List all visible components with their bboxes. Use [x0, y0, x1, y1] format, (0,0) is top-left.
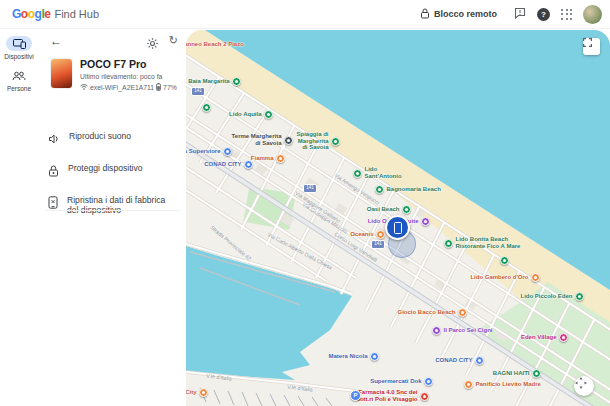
- feedback-icon[interactable]: [514, 5, 526, 23]
- remote-lock-button[interactable]: Blocco remoto: [414, 5, 503, 24]
- smartphone-icon: [394, 222, 402, 234]
- map-poi-pin[interactable]: [500, 255, 509, 265]
- play-sound-button[interactable]: Riproduci suono: [48, 124, 180, 156]
- bagnomaria-beach-pin-icon: [375, 185, 384, 194]
- bagni-haiti-pin-icon: [532, 369, 541, 378]
- network-name: exel-WiFi_A2E1A711: [90, 84, 154, 91]
- farmacia-4-0-snc-dei-pin-icon: [420, 392, 429, 401]
- sidebar-item-dispositivi[interactable]: Dispositivi: [0, 36, 38, 60]
- poi-label: Fiamma: [251, 155, 274, 162]
- map-canvas[interactable]: Via Amerigo VespucciVia Maggiore Gallian…: [186, 30, 610, 406]
- sidebar-item-persone[interactable]: Persone: [0, 68, 38, 92]
- help-icon[interactable]: ?: [537, 8, 550, 21]
- devices-icon: [13, 39, 26, 49]
- battery-icon: [156, 83, 161, 91]
- refresh-icon[interactable]: ↻: [169, 34, 178, 47]
- google-find-hub-logo[interactable]: Google Find Hub: [12, 7, 99, 21]
- map-poi-fiamma[interactable]: Fiamma: [186, 153, 285, 163]
- fullscreen-icon: [583, 38, 592, 47]
- poi-label: Farmacia 4.0 Snc dei dott.ri Poli e Visa…: [356, 389, 417, 402]
- fiamma-pin-icon: [276, 154, 285, 163]
- poi-label: Lido Aquila: [229, 111, 261, 118]
- device-name: POCO F7 Pro: [80, 58, 177, 70]
- il-parco-sei-cigni-pin-icon: [432, 326, 441, 335]
- map-poi-e-city[interactable]: e City: [186, 387, 208, 397]
- poi-label: Matera Nicola: [328, 353, 367, 360]
- map-poi-anneo-beach-2-piazo[interactable]: anneo Beach 2 Piazo: [186, 39, 284, 49]
- poi-label: anneo Beach 2 Piazo: [186, 41, 244, 48]
- sidebar-label-persone: Persone: [0, 85, 38, 92]
- map-poi-lido-piccolo-eden[interactable]: Lido Piccolo Eden: [444, 291, 584, 301]
- oasi-beach-pin-icon: [402, 205, 411, 214]
- poi-label: e City: [186, 389, 197, 396]
- back-arrow-icon[interactable]: ←: [50, 34, 62, 48]
- fullscreen-button[interactable]: [583, 38, 600, 55]
- map-poi-lido-aquila[interactable]: Lido Aquila: [186, 109, 273, 119]
- device-location-pin[interactable]: [385, 215, 410, 240]
- map-poi-oceanis[interactable]: Oceanis: [245, 229, 385, 239]
- account-avatar[interactable]: [583, 5, 602, 24]
- poi-label: Oceanis: [350, 231, 373, 238]
- matera-nicola-pin-icon: [370, 352, 379, 361]
- gear-icon[interactable]: [147, 35, 158, 53]
- map-poi-baia-margarita[interactable]: Baia Margarita: [186, 76, 241, 86]
- poi-label: Lido Bonita Beach Ristorante Fico A Mare: [456, 236, 521, 249]
- map-poi-matera-nicola[interactable]: Matera Nicola: [239, 351, 379, 361]
- poi-label: Spiaggia di Margherita di Savoia: [296, 131, 328, 151]
- secure-device-label: Proteggi dispositivo: [68, 163, 143, 173]
- apps-grid-icon[interactable]: [561, 9, 572, 20]
- poi-label: CONAD CITY: [435, 357, 472, 364]
- remote-lock-label: Blocco remoto: [434, 9, 497, 19]
- poi-label: Lido Sant'Antonio: [365, 166, 402, 179]
- device-thumbnail: [50, 58, 73, 89]
- people-pill: [6, 68, 32, 83]
- map-poi-giocio-bacco-beach[interactable]: Giocio Bacco Beach: [327, 307, 467, 317]
- factory-reset-button[interactable]: Ripristina i dati di fabbrica del dispos…: [48, 188, 180, 222]
- map-poi-oasi-beach[interactable]: Oasi Beach: [271, 204, 411, 214]
- find-hub-app: Google Find Hub Blocco remoto ?: [0, 0, 610, 406]
- e-city-pin-icon: [199, 388, 208, 397]
- lock-icon: [48, 163, 59, 181]
- wifi-icon: [80, 84, 88, 90]
- panificio-lievito-madre-pin-icon: [464, 380, 473, 389]
- top-header: Google Find Hub Blocco remoto ?: [0, 0, 610, 29]
- baia-margarita-pin-icon: [232, 77, 241, 86]
- lido-pin-icon: [353, 169, 362, 178]
- map-poi-lido[interactable]: Lido Sant'Antonio: [353, 168, 493, 178]
- map-poi-p[interactable]: P: [350, 390, 361, 400]
- poi-label: Baia Margarita: [188, 78, 229, 85]
- pin-pin-icon: [500, 256, 509, 265]
- map-poi-lido-bonita-beach[interactable]: Lido Bonita Beach Ristorante Fico A Mare: [444, 238, 584, 248]
- lido-aquila-pin-icon: [264, 110, 273, 119]
- poi-label: Lido Gambero d'Oro: [470, 274, 528, 281]
- device-last-seen: Ultimo rilevamento: poco fa: [80, 73, 177, 80]
- factory-reset-label: Ripristina i dati di fabbrica del dispos…: [67, 195, 167, 215]
- map-poi-lido-gambero-d-oro[interactable]: Lido Gambero d'Oro: [400, 272, 540, 282]
- map-poi-bagnomaria-beach[interactable]: Bagnomaria Beach: [375, 184, 515, 194]
- map-poi-spiaggia-di[interactable]: Spiaggia di Margherita di Savoia: [200, 136, 340, 146]
- sidebar-label-dispositivi: Dispositivi: [0, 53, 38, 60]
- poi-label: Supermercati Dok: [370, 378, 421, 385]
- pan-arrows-icon: [574, 376, 588, 390]
- oceanis-pin-icon: [376, 230, 385, 239]
- giocio-bacco-beach-pin-icon: [458, 308, 467, 317]
- road-shield: 141: [191, 87, 205, 96]
- p-pin-icon: P: [350, 390, 361, 401]
- poi-label: Oasi Beach: [367, 206, 400, 213]
- product-name: Find Hub: [54, 8, 99, 20]
- poi-label: Giocio Bacco Beach: [397, 309, 455, 316]
- device-card[interactable]: POCO F7 Pro Ultimo rilevamento: poco fa …: [50, 58, 180, 91]
- lido-piccolo-eden-pin-icon: [575, 292, 584, 301]
- device-panel: ← ↻ POCO F7 Pro Ultimo rilevamento: poco…: [38, 28, 186, 406]
- map-poi-supermercati-dok[interactable]: Supermercati Dok: [293, 376, 433, 386]
- conad-city-pin-icon: [475, 356, 484, 365]
- play-sound-icon: [48, 131, 60, 149]
- pan-control-button[interactable]: [574, 376, 594, 396]
- poi-label: Il Parco Sei Cigni: [444, 327, 493, 334]
- road-shield: 141: [371, 240, 385, 249]
- supermercati-dok-pin-icon: [424, 377, 433, 386]
- secure-device-button[interactable]: Proteggi dispositivo: [48, 156, 180, 188]
- battery-level: 77%: [163, 84, 177, 91]
- panel-divider: [46, 210, 180, 211]
- map-poi-il-parco-sei-cigni[interactable]: Il Parco Sei Cigni: [432, 325, 572, 335]
